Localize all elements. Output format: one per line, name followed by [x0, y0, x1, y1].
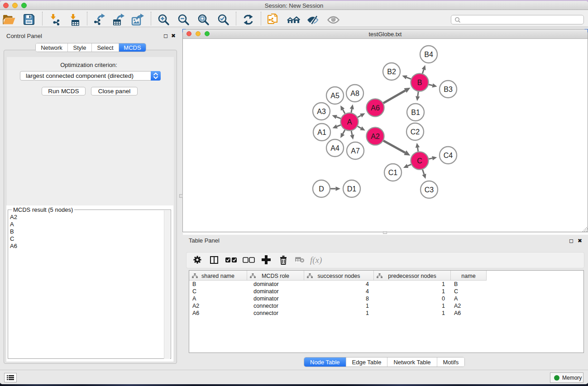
svg-text:A1: A1 [317, 129, 326, 136]
svg-text:A7: A7 [351, 147, 360, 155]
svg-text:A5: A5 [330, 92, 339, 100]
svg-text:C4: C4 [444, 152, 453, 159]
svg-text:C3: C3 [425, 186, 434, 194]
svg-text:B2: B2 [387, 68, 396, 76]
svg-text:C1: C1 [388, 169, 398, 176]
svg-text:B1: B1 [411, 109, 420, 116]
svg-text:C: C [417, 157, 422, 165]
svg-text:D1: D1 [347, 185, 357, 193]
svg-text:A4: A4 [330, 144, 339, 152]
svg-text:A: A [347, 118, 352, 126]
svg-text:A3: A3 [317, 108, 326, 115]
svg-text:C2: C2 [411, 128, 420, 136]
svg-text:B4: B4 [424, 51, 433, 58]
svg-text:A6: A6 [371, 104, 380, 112]
svg-text:B3: B3 [444, 86, 453, 93]
svg-text:D: D [319, 185, 324, 193]
svg-text:B: B [417, 79, 422, 86]
svg-text:A2: A2 [371, 133, 380, 140]
svg-text:A8: A8 [350, 90, 359, 97]
